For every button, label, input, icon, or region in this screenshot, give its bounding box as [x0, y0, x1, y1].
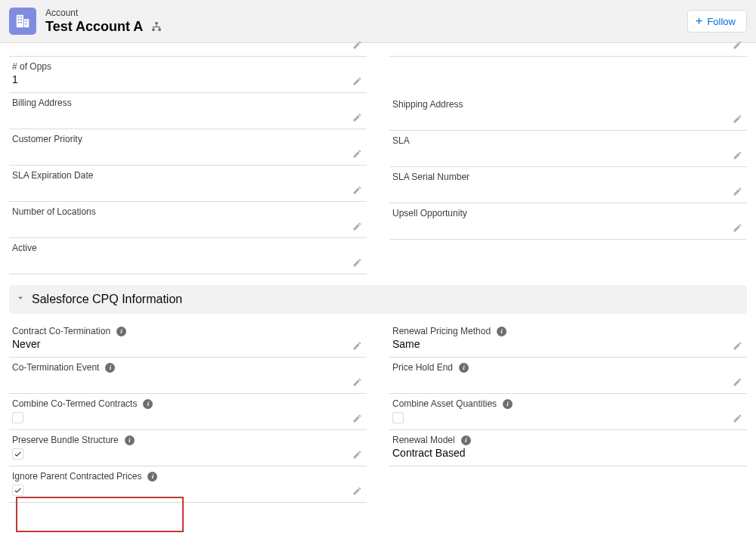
- field-value: [12, 182, 349, 196]
- edit-icon[interactable]: [350, 38, 364, 51]
- svg-rect-4: [20, 19, 22, 20]
- info-icon[interactable]: i: [143, 399, 153, 409]
- info-icon[interactable]: i: [105, 363, 115, 373]
- info-icon[interactable]: i: [497, 327, 507, 336]
- field-partial-row: [9, 43, 367, 57]
- checkbox: [392, 412, 404, 423]
- field-value: Same: [392, 338, 729, 352]
- edit-icon[interactable]: [730, 112, 744, 125]
- edit-icon[interactable]: [350, 147, 364, 160]
- svg-rect-1: [18, 17, 20, 18]
- object-label: Account: [45, 8, 164, 18]
- info-icon[interactable]: i: [125, 435, 135, 445]
- edit-icon[interactable]: [350, 110, 364, 124]
- edit-icon[interactable]: [730, 411, 744, 425]
- info-icon[interactable]: i: [147, 472, 157, 482]
- edit-icon[interactable]: [350, 339, 364, 352]
- edit-icon[interactable]: [350, 256, 364, 269]
- field-value: Contract Based: [392, 447, 729, 460]
- edit-icon[interactable]: [350, 74, 364, 88]
- field-label: SLA: [392, 135, 729, 146]
- field-value: [392, 147, 729, 161]
- field-row: SLA Expiration Date: [9, 166, 367, 202]
- svg-rect-5: [18, 22, 20, 23]
- field-label: Renewal Modeli: [392, 435, 729, 445]
- field-row: Upsell Opportunity: [389, 203, 747, 240]
- edit-icon[interactable]: [730, 339, 744, 352]
- plus-icon: +: [696, 15, 702, 27]
- svg-rect-13: [156, 24, 157, 26]
- edit-icon[interactable]: [350, 183, 364, 197]
- edit-icon[interactable]: [730, 221, 744, 234]
- field-row: Combine Co-Termed Contractsi: [9, 394, 367, 430]
- field-row: Renewal Pricing MethodiSame: [389, 321, 747, 358]
- info-icon[interactable]: i: [459, 363, 469, 373]
- checkbox: [12, 412, 23, 423]
- field-partial-row: [389, 43, 747, 57]
- svg-rect-16: [160, 26, 160, 29]
- field-row: SLA: [389, 131, 747, 167]
- section-header-cpq[interactable]: Salesforce CPQ Information: [9, 285, 747, 314]
- svg-rect-0: [17, 15, 23, 28]
- field-value: [12, 146, 349, 160]
- edit-icon[interactable]: [730, 148, 744, 162]
- svg-rect-9: [26, 23, 27, 25]
- field-label: Co-Termination Eventi: [12, 362, 349, 373]
- field-label: Customer Priority: [12, 134, 349, 144]
- field-row: Customer Priority: [9, 129, 367, 166]
- record-header: Account Test Account A + Follow: [0, 0, 756, 43]
- chevron-down-icon: [15, 293, 26, 306]
- checkbox: [12, 448, 23, 460]
- edit-icon[interactable]: [730, 375, 744, 389]
- field-row: Billing Address: [9, 93, 367, 129]
- field-label: Number of Locations: [12, 206, 349, 217]
- field-row: Active: [9, 238, 367, 274]
- field-row: Ignore Parent Contracted Pricesi: [9, 466, 367, 503]
- field-label: Ignore Parent Contracted Pricesi: [12, 471, 349, 482]
- field-value: [12, 255, 349, 268]
- edit-icon[interactable]: [730, 38, 744, 51]
- field-row: Shipping Address: [389, 94, 747, 131]
- field-label: Billing Address: [12, 98, 349, 108]
- field-label: SLA Expiration Date: [12, 170, 349, 181]
- field-value: [392, 184, 729, 197]
- field-row: Renewal ModeliContract Based: [389, 430, 747, 466]
- edit-icon[interactable]: [350, 219, 364, 233]
- edit-icon[interactable]: [350, 375, 364, 389]
- field-row: Number of Locations: [9, 202, 367, 238]
- edit-icon[interactable]: [350, 411, 364, 425]
- field-value: [392, 220, 729, 234]
- checkbox: [12, 485, 23, 496]
- info-icon[interactable]: i: [116, 327, 126, 336]
- field-row: Co-Termination Eventi: [9, 358, 367, 394]
- svg-rect-11: [153, 29, 156, 31]
- field-row: Preserve Bundle Structurei: [9, 430, 367, 466]
- field-row: Contract Co-TerminationiNever: [9, 321, 367, 358]
- field-value: [392, 111, 729, 125]
- field-value: [12, 218, 349, 232]
- field-label: # of Opps: [12, 61, 349, 72]
- field-value: Never: [12, 338, 349, 352]
- field-value: 1: [12, 73, 349, 87]
- field-row: SLA Serial Number: [389, 167, 747, 203]
- follow-button[interactable]: + Follow: [687, 10, 747, 33]
- field-value: [12, 110, 349, 123]
- info-icon[interactable]: i: [461, 435, 471, 445]
- hierarchy-icon[interactable]: [149, 19, 164, 34]
- svg-rect-14: [153, 26, 160, 27]
- svg-rect-2: [20, 17, 22, 18]
- edit-icon[interactable]: [730, 184, 744, 198]
- field-label: Combine Co-Termed Contractsi: [12, 398, 349, 409]
- svg-rect-10: [156, 22, 159, 24]
- field-value: [392, 374, 729, 388]
- edit-icon[interactable]: [350, 448, 364, 461]
- svg-rect-6: [20, 22, 22, 23]
- field-label: Upsell Opportunity: [392, 208, 729, 218]
- svg-rect-15: [153, 26, 154, 29]
- info-icon[interactable]: i: [503, 399, 513, 409]
- field-row: Combine Asset Quantitiesi: [389, 394, 747, 430]
- edit-icon[interactable]: [350, 484, 364, 497]
- svg-rect-3: [18, 19, 20, 20]
- field-label: Preserve Bundle Structurei: [12, 435, 349, 445]
- section-title: Salesforce CPQ Information: [32, 293, 182, 306]
